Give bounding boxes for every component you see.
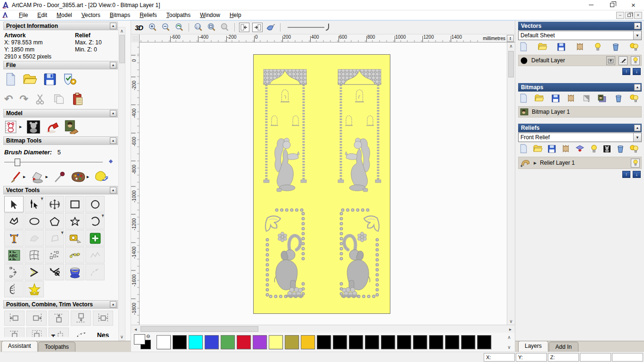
merge-bitmap-layers-button[interactable] (567, 94, 575, 102)
palette-swatch[interactable] (365, 335, 379, 349)
scroll-right-icon[interactable]: ▸ (507, 326, 514, 333)
fit-vectors-button[interactable] (85, 247, 105, 263)
restore-button[interactable] (602, 0, 623, 10)
zoom-object-button[interactable] (220, 22, 230, 33)
join-vectors-button[interactable] (85, 264, 105, 280)
save-bitmap-layer-button[interactable] (552, 94, 560, 102)
load-image-button[interactable] (64, 120, 79, 134)
palette-swatch[interactable] (445, 335, 459, 349)
scrollbar-thumb[interactable] (119, 35, 125, 63)
menu-bitmaps[interactable]: Bitmaps (105, 11, 135, 19)
dropdown-icon[interactable]: ▼ (633, 31, 641, 40)
center-horizontal-button[interactable] (93, 311, 113, 326)
palette-swatch[interactable] (461, 335, 475, 349)
align-bottom-button[interactable] (71, 311, 91, 326)
palette-swatch[interactable] (269, 335, 283, 349)
palette-swatch[interactable] (301, 335, 315, 349)
texture-doctor-button[interactable] (94, 170, 108, 184)
palette-scrollbar[interactable]: ∧ ∨ (505, 334, 513, 351)
copy-button[interactable] (53, 93, 65, 105)
move-relief-down-button[interactable]: ↓ (633, 171, 641, 178)
new-vector-layer-button[interactable] (519, 42, 528, 51)
horizontal-scroll-thumb[interactable] (140, 326, 258, 332)
toggle-layer-visibility-button[interactable] (594, 42, 602, 51)
assistant-scrollbar[interactable]: ∧ ∨ (118, 27, 125, 341)
delete-bitmap-layer-button[interactable] (615, 94, 622, 102)
node-editing-button[interactable]: ┳ (25, 196, 44, 212)
palette-swatch[interactable] (397, 335, 411, 349)
zoom-out-button[interactable] (161, 22, 171, 33)
merge-vector-layers-button[interactable] (576, 42, 584, 51)
reliefs-panel-header[interactable]: Reliefs ▲ (518, 124, 642, 132)
toggle-assistant-panel-button[interactable] (239, 23, 249, 32)
new-relief-layer-button[interactable] (519, 144, 528, 153)
palette-swatch[interactable] (173, 335, 187, 349)
sketch-relief-button[interactable] (4, 120, 18, 134)
link-colours-icon[interactable]: ⊖ (146, 334, 150, 339)
menu-help[interactable]: Help (225, 11, 246, 19)
align-right-button[interactable] (26, 311, 47, 326)
model-section-header[interactable]: Model ▲ (3, 109, 118, 118)
menu-model[interactable]: Model (52, 11, 77, 19)
palette-swatch[interactable] (237, 335, 251, 349)
scroll-up-icon[interactable]: ∧ (508, 42, 515, 50)
airbrush-tool-button[interactable] (265, 22, 276, 33)
zoom-in-button[interactable] (148, 22, 158, 33)
scroll-left-icon[interactable]: ◂ (132, 326, 139, 333)
collapse-vectors-button[interactable]: ▲ (634, 23, 641, 29)
collapse-bitmap-tools-button[interactable]: ▲ (110, 137, 116, 144)
new-model-button[interactable] (4, 73, 17, 86)
measure-tool-button[interactable] (65, 230, 84, 246)
collapse-position-button[interactable]: ▲ (110, 301, 116, 308)
bitmap-layer-name[interactable]: Bitmap Layer 1 (532, 109, 640, 115)
slider-handle[interactable] (15, 159, 20, 166)
bitmap-thumbnail-button[interactable] (598, 94, 607, 102)
collapse-vector-tools-button[interactable]: ▲ (110, 187, 116, 194)
tab-assistant[interactable]: Assistant (1, 341, 38, 352)
scroll-up-icon[interactable]: ∧ (118, 27, 125, 34)
toggle-layers-panel-button[interactable] (252, 23, 263, 32)
menu-reliefs[interactable]: Reliefs (135, 11, 162, 19)
expand-relief-layer-icon[interactable]: ▶ (534, 161, 537, 165)
wrap-text-button[interactable] (25, 230, 44, 246)
minimize-button[interactable] (580, 0, 602, 10)
create-polyline-button[interactable] (4, 213, 24, 229)
palette-swatch[interactable] (317, 335, 331, 349)
show-all-layers-button[interactable] (629, 42, 639, 51)
fit-arcs-button[interactable] (4, 264, 24, 280)
create-star-button[interactable] (65, 213, 84, 229)
menu-toolpaths[interactable]: Toolpaths (162, 11, 195, 19)
collapse-file-button[interactable]: ▲ (110, 62, 116, 68)
save-vector-layer-button[interactable] (557, 43, 565, 51)
menu-vectors[interactable]: Vectors (77, 11, 105, 19)
collapse-reliefs-button[interactable]: ▲ (634, 125, 641, 131)
center-in-page-button[interactable] (26, 328, 47, 337)
envelope-distortion-button[interactable] (25, 247, 44, 263)
move-layer-up-button[interactable]: ↑ (622, 68, 630, 75)
file-section-header[interactable]: File ▲ (3, 61, 118, 69)
vector-blend-button[interactable] (65, 264, 84, 280)
select-vectors-button[interactable] (4, 196, 24, 212)
palette-swatch[interactable] (157, 335, 171, 349)
tab-add-in[interactable]: Add In (549, 342, 578, 352)
align-top-button[interactable] (49, 311, 69, 326)
mdi-close-button[interactable]: × (634, 12, 642, 19)
palette-swatch[interactable] (189, 335, 203, 349)
block-copy-button[interactable] (45, 247, 64, 263)
bitmap-layer-row[interactable]: Bitmap Layer 1 (518, 106, 642, 118)
open-vector-layer-button[interactable] (538, 43, 547, 51)
model-viewport[interactable] (140, 42, 507, 325)
palette-swatch[interactable] (413, 335, 427, 349)
create-ellipse-button[interactable] (25, 213, 44, 229)
relief-layer-row[interactable]: ▶ Relief Layer 1 (518, 157, 642, 169)
relief-preview-button[interactable] (603, 145, 611, 153)
undo-button[interactable]: ↶ (4, 93, 13, 105)
trim-vectors-button[interactable] (45, 264, 64, 280)
paste-along-curve-button[interactable]: ┳ (49, 328, 69, 337)
vertical-scrollbar[interactable]: ∧ ∨ (507, 42, 515, 325)
palette-button[interactable] (71, 171, 86, 183)
toggle-3d-view-button[interactable]: 3D (135, 24, 143, 32)
redo-button[interactable]: ↷ (19, 93, 28, 105)
menu-window[interactable]: Window (195, 11, 225, 19)
grayscale-relief-button[interactable] (26, 120, 41, 134)
